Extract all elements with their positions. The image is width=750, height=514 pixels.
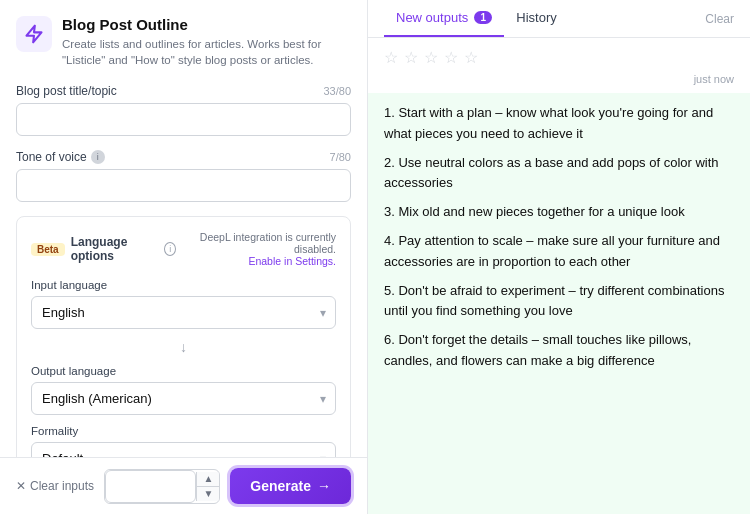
blog-title-label: Blog post title/topic: [16, 84, 117, 98]
input-language-label: Input language: [31, 279, 336, 291]
input-language-wrapper: English Spanish French German Italian ▾: [31, 296, 336, 329]
formality-select[interactable]: Default Formal Informal: [31, 442, 336, 457]
lang-options-header: Beta Language options i DeepL integratio…: [31, 231, 336, 267]
tone-label-row: Tone of voice i 7/80: [16, 150, 351, 164]
quantity-up-button[interactable]: ▲: [197, 472, 219, 487]
tone-field-group: Tone of voice i 7/80 Helpful: [16, 150, 351, 202]
blog-title-char-count: 33/80: [323, 85, 351, 97]
tone-label-hint: Tone of voice i: [16, 150, 105, 164]
generate-button[interactable]: Generate →: [230, 468, 351, 504]
clear-outputs-button[interactable]: Clear: [705, 12, 734, 26]
blog-title-label-row: Blog post title/topic 33/80: [16, 84, 351, 98]
quantity-wrapper: 1 ▲ ▼: [104, 469, 220, 504]
generate-arrow-icon: →: [317, 478, 331, 494]
generate-label: Generate: [250, 478, 311, 494]
app-icon: [16, 16, 52, 52]
star-2[interactable]: ☆: [404, 48, 418, 67]
right-header: New outputs 1 History Clear: [368, 0, 750, 38]
star-4[interactable]: ☆: [444, 48, 458, 67]
input-language-select[interactable]: English Spanish French German Italian: [31, 296, 336, 329]
star-1[interactable]: ☆: [384, 48, 398, 67]
output-item-6: 6. Don't forget the details – small touc…: [384, 330, 734, 372]
tab-new-outputs-badge: 1: [474, 11, 492, 24]
right-panel: New outputs 1 History Clear ☆ ☆ ☆ ☆ ☆ ju…: [368, 0, 750, 514]
tab-new-outputs-label: New outputs: [396, 10, 468, 25]
output-language-select[interactable]: English (American) English (British) Spa…: [31, 382, 336, 415]
star-rating-row: ☆ ☆ ☆ ☆ ☆: [368, 38, 750, 73]
output-item-1: 1. Start with a plan – know what look yo…: [384, 103, 734, 145]
tone-input[interactable]: Helpful: [16, 169, 351, 202]
tab-history-label: History: [516, 10, 556, 25]
formality-label: Formality: [31, 425, 336, 437]
formality-wrapper: Default Formal Informal ▾: [31, 442, 336, 457]
blog-title-input[interactable]: How to style your home like a pro: [16, 103, 351, 136]
app-header: Blog Post Outline Create lists and outli…: [16, 16, 351, 68]
output-item-3: 3. Mix old and new pieces together for a…: [384, 202, 734, 223]
deepl-notice: DeepL integration is currently disabled.…: [182, 231, 336, 267]
output-item-2: 2. Use neutral colors as a base and add …: [384, 153, 734, 195]
clear-inputs-button[interactable]: ✕ Clear inputs: [16, 479, 94, 493]
tone-char-count: 7/80: [330, 151, 351, 163]
left-content: Blog Post Outline Create lists and outli…: [0, 0, 367, 457]
output-content: 1. Start with a plan – know what look yo…: [368, 93, 750, 514]
quantity-stepper: ▲ ▼: [196, 472, 219, 501]
tab-new-outputs[interactable]: New outputs 1: [384, 0, 504, 37]
clear-inputs-label: Clear inputs: [30, 479, 94, 493]
language-direction-icon: ↓: [31, 339, 336, 355]
output-item-4: 4. Pay attention to scale – make sure al…: [384, 231, 734, 273]
lang-info-icon[interactable]: i: [164, 242, 176, 256]
left-panel: Blog Post Outline Create lists and outli…: [0, 0, 368, 514]
output-item-5: 5. Don't be afraid to experiment – try d…: [384, 281, 734, 323]
quantity-input[interactable]: 1: [105, 470, 196, 503]
language-options-box: Beta Language options i DeepL integratio…: [16, 216, 351, 457]
output-timestamp: just now: [368, 73, 750, 93]
lang-options-title: Language options: [71, 235, 159, 263]
app-title-area: Blog Post Outline Create lists and outli…: [62, 16, 351, 68]
star-5[interactable]: ☆: [464, 48, 478, 67]
blog-title-field-group: Blog post title/topic 33/80 How to style…: [16, 84, 351, 136]
tone-label: Tone of voice: [16, 150, 87, 164]
star-3[interactable]: ☆: [424, 48, 438, 67]
output-language-wrapper: English (American) English (British) Spa…: [31, 382, 336, 415]
tab-history[interactable]: History: [504, 0, 568, 37]
app-title: Blog Post Outline: [62, 16, 351, 33]
deepl-settings-link[interactable]: Enable in Settings.: [248, 255, 336, 267]
output-language-label: Output language: [31, 365, 336, 377]
clear-x-icon: ✕: [16, 479, 26, 493]
tone-hint-icon[interactable]: i: [91, 150, 105, 164]
left-footer: ✕ Clear inputs 1 ▲ ▼ Generate →: [0, 457, 367, 514]
app-description: Create lists and outlines for articles. …: [62, 36, 351, 68]
svg-marker-0: [27, 26, 42, 43]
quantity-down-button[interactable]: ▼: [197, 487, 219, 501]
beta-badge: Beta: [31, 243, 65, 256]
